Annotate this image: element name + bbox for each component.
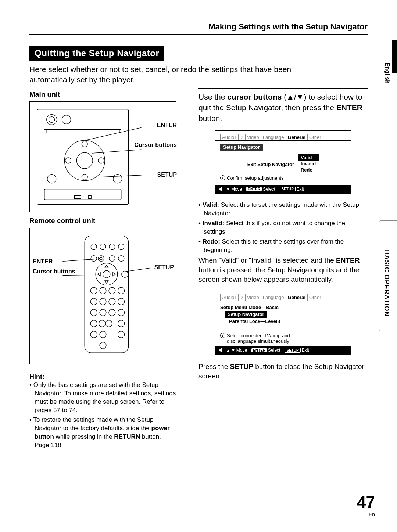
hint-label: Hint: [29,373,176,381]
nav-up-arrow-icon: ▲ [226,348,230,352]
mainunit-callout-enter: ENTER [157,122,177,129]
svg-point-48 [118,331,125,338]
osd2-tabs: Audio1 2 Video Language General Other [220,294,346,301]
svg-point-29 [122,271,128,277]
osd-tab-2: 2 [239,134,245,140]
desc-invalid: Invalid: Select this if you do not want … [198,219,368,236]
remote-callout-setup: SETUP [154,264,174,271]
svg-point-2 [47,114,57,125]
osd2-row2: Setup Navigator [225,311,267,318]
page-number-lang: En [357,511,375,517]
mainunit-figure: ENTER Cursor buttons SETUP [29,101,176,212]
svg-point-45 [118,320,125,327]
heading-rule [29,34,368,35]
mainunit-svg [30,102,176,212]
svg-point-20 [100,244,106,249]
remote-callout-enter: ENTER [33,258,53,265]
svg-point-36 [109,298,115,305]
svg-point-7 [82,141,87,147]
svg-point-37 [118,298,125,305]
remote-callout-cursor: Cursor buttons [33,269,75,275]
osd2-tab-audio1: Audio1 [220,294,239,301]
nav-enter-chip: ENTER [246,187,262,191]
svg-point-27 [96,263,118,285]
desc-valid: Valid: Select this to set the settings m… [198,201,368,218]
osd2-tab-other: Other [307,294,323,301]
osd2-tab-video: Video [245,294,261,301]
osd2-tab-2: 2 [239,294,245,301]
osd-tab-video: Video [245,134,261,140]
svg-rect-18 [85,236,128,353]
hint-1: Only the basic settings are set with the… [29,381,176,415]
svg-point-41 [118,309,125,316]
svg-point-40 [109,309,115,316]
svg-point-22 [118,244,124,249]
info-icon: i [220,175,225,180]
option-descriptions: Valid: Select this to set the settings m… [198,201,368,284]
osd-exit-label: Exit Setup Navigator [247,154,294,167]
section-tab-label: BASIC OPERATION [383,250,390,317]
svg-point-25 [109,255,115,261]
svg-line-14 [92,150,141,153]
osd2-row3: Parental Lock—Level8 [220,318,346,325]
page-number-value: 47 [357,493,375,511]
svg-point-12 [113,174,122,183]
svg-rect-17 [88,195,91,198]
svg-point-26 [118,255,124,261]
svg-point-4 [62,115,71,124]
info-icon: i [220,333,225,338]
osd-info-row: iConfirm setup adjustments [220,175,346,181]
svg-point-30 [90,287,97,294]
remote-heading: Remote control unit [29,217,176,225]
osd-navbar: ▼Move ENTERSelect SETUPExit [215,185,351,193]
svg-point-38 [90,309,97,316]
section-title-bar: Quitting the Setup Navigator [29,46,164,61]
nav-enter-chip: ENTER [251,348,267,352]
svg-point-23 [91,255,97,261]
mainunit-heading: Main unit [29,90,176,98]
power-button-text: power button [35,425,170,440]
svg-point-31 [100,287,106,294]
osd-setup-nav-header: Setup Navigator [220,144,263,151]
svg-point-21 [109,244,115,249]
svg-point-3 [49,116,55,122]
osd2-navbar: ▲▼Move ENTERSelect SETUPExit [215,346,351,354]
osd-opt-invalid: Invalid [298,161,319,167]
nav-setup-chip: SETUP [280,187,296,191]
svg-point-46 [90,331,97,338]
svg-point-49 [100,342,106,349]
svg-point-39 [100,309,106,316]
nav-setup-chip: SETUP [285,348,300,353]
svg-rect-0 [37,109,129,204]
svg-rect-16 [74,195,81,198]
svg-point-28 [103,270,110,278]
language-tab-label: English [384,62,390,84]
svg-point-6 [76,152,93,169]
after-options-text: When "Valid" or "Invalid" is selected an… [198,256,368,284]
svg-point-35 [100,298,106,305]
osd-exit-options: Valid Invalid Redo [298,154,319,173]
svg-point-42 [90,320,97,327]
svg-line-50 [63,259,94,261]
osd2-tab-language: Language [261,294,286,301]
mainunit-callout-setup: SETUP [157,172,177,178]
svg-point-43 [99,320,105,327]
svg-point-5 [65,140,105,180]
svg-point-44 [105,320,112,327]
nav-left-arrow-icon [219,187,222,191]
right-column: Use the cursor buttons (▲/▼) to select h… [198,88,368,452]
osd-opt-valid: Valid [298,154,319,161]
osd-screen-result: Audio1 2 Video Language General Other Se… [215,291,351,355]
remote-svg [30,228,176,364]
svg-point-8 [82,174,87,180]
chapter-heading: Making Settings with the Setup Navigator [29,22,368,32]
osd-screen-exit: Audio1 2 Video Language General Other Se… [215,130,351,194]
osd2-info: iSetup connected TV/amp anddisc language… [220,333,346,344]
svg-point-9 [65,158,71,163]
return-button-text: RETURN [114,433,140,440]
osd-tab-general: General [286,134,307,140]
osd-tab-audio1: Audio1 [220,134,239,140]
lead-instruction: Use the cursor buttons (▲/▼) to select h… [198,91,368,124]
svg-point-32 [109,287,115,294]
desc-redo: Redo: Select this to start the settings … [198,238,368,255]
